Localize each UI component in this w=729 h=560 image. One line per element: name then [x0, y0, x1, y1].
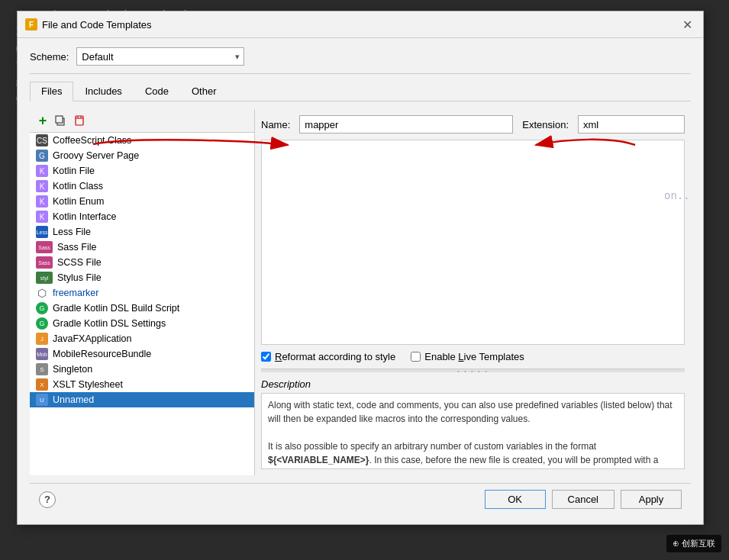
- gradle-icon: G: [36, 317, 48, 330]
- live-templates-checkbox[interactable]: [411, 352, 421, 362]
- svg-rect-1: [56, 116, 63, 123]
- singleton-icon: S: [36, 363, 48, 375]
- list-item[interactable]: Sass Sass File: [30, 240, 254, 255]
- list-item-label: JavaFXApplication: [53, 333, 132, 344]
- list-item-unnamed[interactable]: U Unnamed: [30, 392, 254, 407]
- main-content-area: +: [30, 109, 691, 475]
- list-item[interactable]: S Singleton: [30, 362, 254, 377]
- reformat-checkbox[interactable]: [261, 352, 271, 362]
- kotlin-icon: K: [36, 180, 48, 192]
- xslt-icon: X: [36, 378, 48, 391]
- scheme-select[interactable]: Default: [76, 47, 244, 66]
- watermark-text: ⊕ 创新互联: [673, 539, 715, 548]
- kotlin-icon: K: [36, 165, 48, 177]
- scheme-row: Scheme: Default: [30, 47, 691, 66]
- editor-text-snippet: on..: [664, 189, 690, 201]
- scheme-select-wrapper: Default: [76, 47, 244, 66]
- description-section: Description Along with static text, code…: [261, 378, 685, 469]
- list-item-label: SCSS File: [57, 257, 102, 268]
- list-item-label: Stylus File: [57, 272, 102, 283]
- list-item-label: Kotlin Enum: [53, 196, 104, 207]
- list-item[interactable]: K Kotlin Interface: [30, 209, 254, 224]
- sass-icon: Sass: [36, 241, 53, 253]
- list-toolbar: +: [30, 109, 254, 133]
- delete-template-button[interactable]: [71, 112, 88, 129]
- template-file-list[interactable]: CS CoffeeScript Class G Groovy Server Pa…: [30, 133, 254, 475]
- kotlin-icon: K: [36, 195, 48, 208]
- mobile-icon: Mob: [36, 348, 48, 360]
- scss-icon: Sass: [36, 256, 53, 269]
- live-templates-checkbox-label[interactable]: Enable Live Templates: [411, 351, 524, 362]
- tabs-row: Files Includes Code Other: [30, 82, 691, 101]
- list-item[interactable]: K Kotlin Enum: [30, 194, 254, 209]
- list-item-label: Kotlin Class: [53, 181, 103, 191]
- list-item[interactable]: Less Less File: [30, 224, 254, 240]
- close-button[interactable]: ✕: [679, 16, 695, 33]
- name-extension-row: Name: Extension:: [261, 115, 685, 134]
- list-item-label: Sass File: [57, 242, 96, 253]
- right-panel: Name: Extension: Reformat according to s…: [255, 109, 691, 475]
- unnamed-icon: U: [36, 394, 48, 406]
- copy-template-button[interactable]: [53, 112, 69, 129]
- panel-separator[interactable]: • • • • •: [261, 369, 685, 372]
- live-templates-label: Enable Live Templates: [424, 351, 524, 362]
- list-item[interactable]: K Kotlin File: [30, 163, 254, 179]
- extension-input[interactable]: [578, 115, 685, 134]
- tab-includes[interactable]: Includes: [73, 82, 133, 101]
- list-item[interactable]: ⬡ freemarker: [30, 285, 254, 301]
- list-item-label: Less File: [53, 227, 91, 237]
- tab-files[interactable]: Files: [30, 82, 73, 101]
- dialog-title-bar: F File and Code Templates ✕: [18, 11, 703, 38]
- dialog-body: Scheme: Default Files Includes Code Othe…: [18, 38, 703, 524]
- separator-line: [30, 73, 691, 74]
- list-item-label: Singleton: [53, 364, 92, 375]
- add-template-button[interactable]: +: [34, 112, 51, 129]
- list-item[interactable]: G Gradle Kotlin DSL Build Script: [30, 301, 254, 316]
- sep-dots: • • • • •: [457, 368, 489, 375]
- list-item[interactable]: G Gradle Kotlin DSL Settings: [30, 316, 254, 331]
- description-box: Along with static text, code and comment…: [261, 393, 685, 469]
- apply-button[interactable]: Apply: [621, 490, 682, 509]
- list-item-label: MobileResourceBundle: [53, 349, 151, 359]
- svg-rect-2: [76, 116, 83, 125]
- list-item-label: freemarker: [53, 288, 98, 298]
- list-item[interactable]: Mob MobileResourceBundle: [30, 346, 254, 362]
- reformat-label: Reformat according to style: [275, 351, 395, 362]
- list-item-label: Gradle Kotlin DSL Settings: [53, 318, 166, 329]
- action-buttons: OK Cancel Apply: [485, 490, 682, 509]
- name-input[interactable]: [299, 115, 513, 134]
- bottom-bar: ? OK Cancel Apply: [30, 483, 691, 515]
- list-item[interactable]: J JavaFXApplication: [30, 331, 254, 346]
- stylus-icon: styl: [36, 272, 53, 284]
- tab-other[interactable]: Other: [180, 82, 228, 101]
- list-item[interactable]: CS CoffeeScript Class: [30, 133, 254, 148]
- extension-field-label: Extension:: [522, 119, 569, 130]
- options-row: Reformat according to style Enable Live …: [261, 351, 685, 362]
- cancel-button[interactable]: Cancel: [552, 490, 614, 509]
- dialog-title: File and Code Templates: [42, 19, 152, 31]
- list-item[interactable]: G Groovy Server Page: [30, 148, 254, 163]
- list-item[interactable]: styl Stylus File: [30, 270, 254, 285]
- help-button[interactable]: ?: [39, 491, 56, 508]
- ok-button[interactable]: OK: [485, 490, 546, 509]
- delete-icon: [74, 115, 85, 126]
- list-item-label: CoffeeScript Class: [53, 135, 131, 146]
- template-editor[interactable]: [261, 140, 685, 345]
- coffeescript-icon: CS: [36, 134, 48, 146]
- list-item[interactable]: Sass SCSS File: [30, 255, 254, 270]
- list-item[interactable]: X XSLT Stylesheet: [30, 377, 254, 392]
- groovy-icon: G: [36, 150, 48, 162]
- list-item-label: Unnamed: [53, 394, 94, 405]
- list-item[interactable]: K Kotlin Class: [30, 179, 254, 194]
- title-bar-left: F File and Code Templates: [25, 18, 152, 31]
- list-item-label: Gradle Kotlin DSL Build Script: [53, 303, 179, 314]
- description-text: Along with static text, code and comment…: [268, 400, 673, 469]
- description-title: Description: [261, 378, 685, 390]
- reformat-checkbox-label[interactable]: Reformat according to style: [261, 351, 395, 362]
- gradle-icon: G: [36, 302, 48, 314]
- name-field-label: Name:: [261, 119, 290, 130]
- less-icon: Less: [36, 226, 48, 238]
- list-item-label: Groovy Server Page: [53, 150, 139, 161]
- tab-code[interactable]: Code: [134, 82, 180, 101]
- freemarker-icon: ⬡: [36, 287, 48, 299]
